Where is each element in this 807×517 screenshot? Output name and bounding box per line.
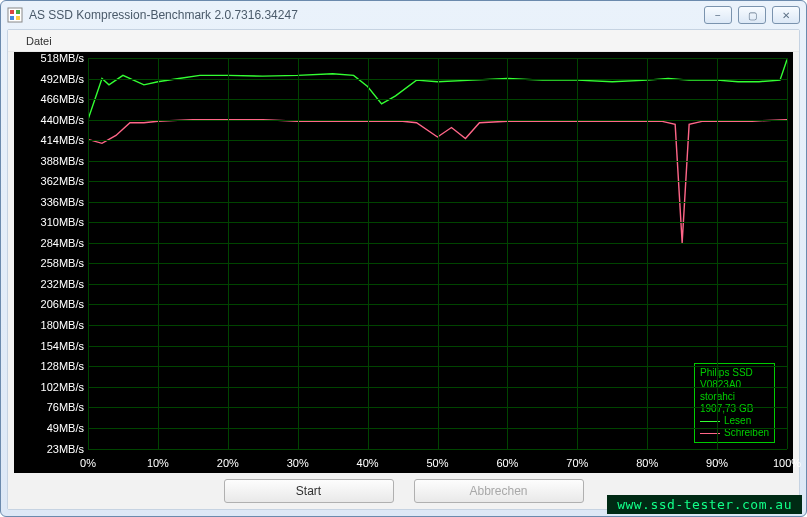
y-tick-label: 180MB/s <box>20 319 84 331</box>
legend-firmware: V0823A0 <box>700 379 769 391</box>
y-tick-label: 388MB/s <box>20 155 84 167</box>
y-tick-label: 414MB/s <box>20 134 84 146</box>
minimize-button[interactable]: − <box>704 6 732 24</box>
y-tick-label: 284MB/s <box>20 237 84 249</box>
y-tick-label: 258MB/s <box>20 257 84 269</box>
x-tick-label: 60% <box>496 457 518 469</box>
maximize-button[interactable]: ▢ <box>738 6 766 24</box>
y-tick-label: 206MB/s <box>20 298 84 310</box>
x-tick-label: 90% <box>706 457 728 469</box>
y-tick-label: 336MB/s <box>20 196 84 208</box>
y-tick-label: 440MB/s <box>20 114 84 126</box>
button-row: Start Abbrechen <box>8 473 799 509</box>
y-tick-label: 49MB/s <box>20 422 84 434</box>
y-tick-label: 23MB/s <box>20 443 84 455</box>
y-tick-label: 518MB/s <box>20 52 84 64</box>
x-tick-label: 20% <box>217 457 239 469</box>
y-tick-label: 232MB/s <box>20 278 84 290</box>
y-tick-label: 362MB/s <box>20 175 84 187</box>
legend-box: Philips SSD V0823A0 storahci 1907,73 GB … <box>694 363 775 443</box>
app-window: AS SSD Kompression-Benchmark 2.0.7316.34… <box>0 0 807 517</box>
x-tick-label: 70% <box>566 457 588 469</box>
x-tick-label: 10% <box>147 457 169 469</box>
menu-file[interactable]: Datei <box>18 33 60 49</box>
chart-area: Philips SSD V0823A0 storahci 1907,73 GB … <box>14 52 793 473</box>
y-tick-label: 154MB/s <box>20 340 84 352</box>
x-tick-label: 40% <box>357 457 379 469</box>
app-icon <box>7 7 23 23</box>
content-area: Datei Philips SSD V0823A0 storahci 1907,… <box>7 29 800 510</box>
x-tick-label: 30% <box>287 457 309 469</box>
x-tick-label: 0% <box>80 457 96 469</box>
legend-capacity: 1907,73 GB <box>700 403 769 415</box>
y-tick-label: 466MB/s <box>20 93 84 105</box>
window-controls: − ▢ ✕ <box>704 6 800 24</box>
svg-rect-3 <box>10 16 14 20</box>
legend-driver: storahci <box>700 391 769 403</box>
menubar: Datei <box>8 30 799 52</box>
y-tick-label: 76MB/s <box>20 401 84 413</box>
legend-read-label: Lesen <box>724 415 751 427</box>
svg-rect-2 <box>16 10 20 14</box>
close-button[interactable]: ✕ <box>772 6 800 24</box>
y-tick-label: 492MB/s <box>20 73 84 85</box>
x-tick-label: 50% <box>426 457 448 469</box>
cancel-button[interactable]: Abbrechen <box>414 479 584 503</box>
y-tick-label: 102MB/s <box>20 381 84 393</box>
start-button[interactable]: Start <box>224 479 394 503</box>
x-tick-label: 100% <box>773 457 801 469</box>
window-title: AS SSD Kompression-Benchmark 2.0.7316.34… <box>29 8 704 22</box>
svg-rect-4 <box>16 16 20 20</box>
svg-rect-1 <box>10 10 14 14</box>
y-tick-label: 128MB/s <box>20 360 84 372</box>
x-tick-label: 80% <box>636 457 658 469</box>
titlebar: AS SSD Kompression-Benchmark 2.0.7316.34… <box>1 1 806 29</box>
y-tick-label: 310MB/s <box>20 216 84 228</box>
legend-device: Philips SSD <box>700 367 769 379</box>
legend-read: Lesen <box>700 415 769 427</box>
plot: Philips SSD V0823A0 storahci 1907,73 GB … <box>88 58 787 449</box>
